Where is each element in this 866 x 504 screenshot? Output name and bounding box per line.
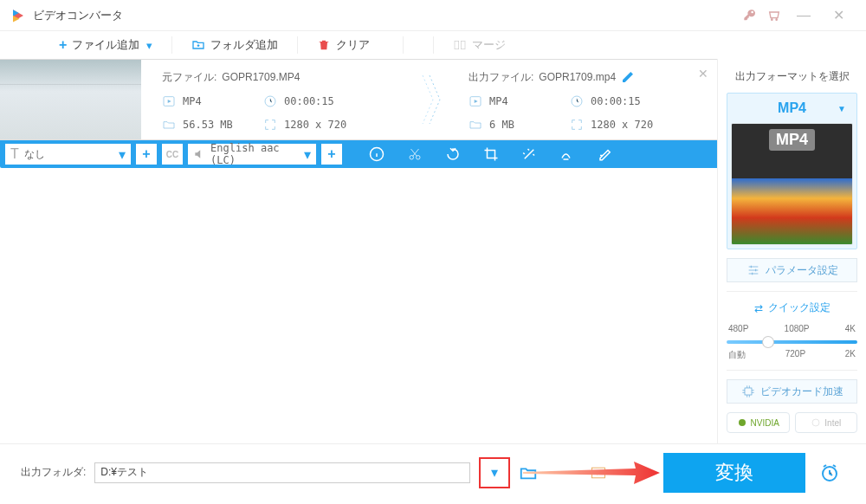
crop-icon[interactable]: [482, 145, 500, 163]
cc-button[interactable]: CC: [162, 144, 183, 165]
titlebar: ビデオコンバータ — ✕: [0, 0, 866, 31]
app-title: ビデオコンバータ: [33, 8, 738, 23]
video-preview-icon[interactable]: [590, 464, 607, 481]
svg-marker-15: [598, 470, 602, 475]
merge-label: マージ: [472, 37, 506, 53]
subtitle-t-icon: T: [10, 146, 19, 162]
close-button[interactable]: ✕: [821, 3, 856, 28]
src-size: 56.53 MB: [183, 119, 256, 131]
nvidia-tag: NVIDIA: [727, 412, 790, 433]
intel-label: Intel: [824, 418, 841, 428]
info-icon[interactable]: [368, 145, 385, 163]
quick-title-label: クイック設定: [768, 300, 830, 315]
add-folder-button[interactable]: フォルダ追加: [184, 37, 285, 53]
gpu-label: ビデオカード加速: [760, 384, 843, 399]
watermark-icon[interactable]: [559, 145, 576, 163]
output-folder-input[interactable]: D:¥テスト: [94, 462, 470, 483]
format-dropdown[interactable]: MP4: [731, 97, 853, 120]
audio-dropdown[interactable]: English aac (LC) ▾: [188, 144, 316, 165]
add-file-label: ファイル追加: [72, 37, 139, 53]
dst-filename: GOPR1709.mp4: [539, 71, 616, 83]
q-720p: 720P: [785, 349, 805, 361]
folder-icon: [469, 118, 482, 132]
nvidia-label: NVIDIA: [751, 418, 779, 428]
dst-size: 6 MB: [489, 119, 563, 131]
clock-icon: [263, 94, 277, 108]
svg-point-13: [812, 419, 819, 426]
parameter-settings-button[interactable]: パラメータ設定: [727, 258, 857, 282]
separator: [297, 36, 298, 54]
cart-icon[interactable]: [762, 3, 786, 28]
src-duration: 00:00:15: [284, 95, 406, 107]
gpu-vendor-logos: NVIDIA Intel: [727, 412, 857, 433]
minimize-button[interactable]: —: [786, 3, 821, 28]
svg-rect-11: [745, 388, 752, 395]
svg-rect-0: [455, 41, 459, 48]
output-format-title: 出力フォーマットを選択: [727, 69, 857, 84]
q-auto: 自動: [728, 349, 746, 361]
convert-button[interactable]: 変換: [663, 453, 805, 493]
add-file-button[interactable]: + ファイル追加 ▾: [52, 37, 159, 53]
clear-button[interactable]: クリア: [310, 37, 377, 53]
subtitle-value: なし: [24, 147, 45, 162]
effect-icon[interactable]: [520, 145, 538, 163]
mp4-badge: MP4: [769, 129, 815, 151]
convert-arrow-icon: [418, 60, 448, 139]
remove-item-button[interactable]: ✕: [698, 67, 708, 81]
quality-labels-bottom: 自動 720P 2K: [727, 349, 857, 361]
format-icon: [162, 94, 176, 108]
video-thumbnail[interactable]: [0, 60, 141, 139]
clock-icon: [570, 94, 584, 108]
quality-slider-area: 480P 1080P 4K 自動 720P 2K: [727, 324, 857, 361]
output-column: 出力ファイル: GOPR1709.mp4 MP4 00:00:15 6 MB 1…: [448, 60, 717, 139]
audio-value: English aac (LC): [210, 142, 299, 166]
file-info: ✕ 元ファイル: GOPR1709.MP4 MP4 00:00:15 56.53…: [141, 60, 717, 139]
q-4k: 4K: [845, 324, 856, 333]
merge-button[interactable]: マージ: [446, 37, 513, 53]
folder-plus-icon: [191, 38, 205, 52]
merge-icon: [453, 38, 467, 52]
bottom-bar: 出力フォルダ: D:¥テスト ▾ 変換: [0, 443, 866, 501]
intel-tag: Intel: [795, 412, 858, 433]
options-bar: T なし ▾ + CC English aac (LC) ▾ +: [0, 140, 717, 168]
open-folder-button[interactable]: [519, 463, 538, 482]
add-audio-button[interactable]: +: [321, 144, 342, 165]
chip-icon: [741, 384, 755, 398]
separator: [171, 36, 172, 54]
schedule-button[interactable]: [814, 457, 845, 488]
src-header: 元ファイル:: [162, 70, 216, 85]
add-subtitle-button[interactable]: +: [136, 144, 157, 165]
src-resolution: 1280 x 720: [284, 119, 406, 131]
key-icon[interactable]: [738, 3, 762, 28]
subtitle-dropdown[interactable]: T なし ▾: [5, 144, 131, 165]
resolution-icon: [263, 118, 277, 132]
speaker-icon: [193, 147, 205, 161]
subtitle-edit-icon[interactable]: [597, 145, 614, 163]
clear-label: クリア: [336, 37, 370, 53]
src-format: MP4: [183, 95, 256, 107]
file-item[interactable]: ✕ 元ファイル: GOPR1709.MP4 MP4 00:00:15 56.53…: [0, 59, 717, 140]
app-logo-icon: [10, 8, 26, 23]
output-format-box: MP4 MP4: [727, 93, 857, 249]
dst-duration: 00:00:15: [591, 95, 705, 107]
svg-rect-1: [462, 41, 466, 48]
edit-icon[interactable]: [621, 70, 635, 84]
svg-point-12: [739, 419, 746, 426]
folder-icon: [162, 118, 176, 132]
resolution-icon: [570, 118, 584, 132]
output-folder-dropdown[interactable]: ▾: [479, 457, 510, 488]
format-icon: [469, 94, 482, 108]
quick-settings-title: ⇄クイック設定: [727, 300, 857, 315]
output-folder-value: D:¥テスト: [100, 465, 148, 480]
output-folder-label: 出力フォルダ:: [21, 465, 86, 480]
cut-icon[interactable]: [406, 145, 423, 163]
sliders-icon: [746, 263, 760, 277]
dst-resolution: 1280 x 720: [591, 119, 705, 131]
svg-marker-6: [475, 100, 478, 103]
separator: [403, 36, 404, 54]
gpu-accel-button[interactable]: ビデオカード加速: [727, 379, 857, 404]
chevron-down-icon: ▾: [119, 146, 126, 163]
rotate-icon[interactable]: [444, 145, 462, 163]
quality-slider[interactable]: [727, 340, 857, 344]
plus-icon: +: [59, 37, 67, 53]
